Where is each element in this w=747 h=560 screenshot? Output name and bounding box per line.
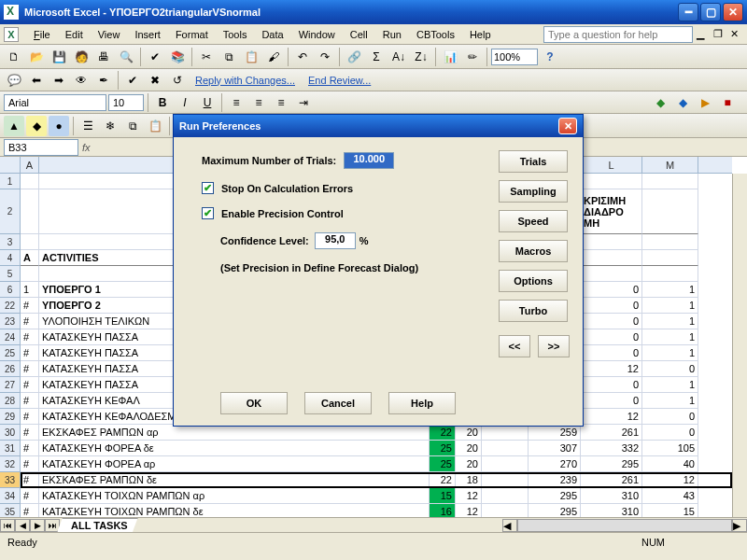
align-right-icon[interactable]: ≡ [271,92,291,113]
cancel-button[interactable]: Cancel [304,392,372,414]
help-icon[interactable]: ? [540,47,560,67]
menu-window[interactable]: Window [291,27,343,42]
ink-icon[interactable]: ✒ [93,70,114,91]
spellcheck-icon[interactable]: ✔ [145,47,165,67]
window-maximize-button[interactable]: ▢ [700,3,721,21]
copy-icon[interactable]: ⧉ [218,47,239,67]
cut-icon[interactable]: ✂ [196,47,217,67]
research-icon[interactable]: 📚 [167,47,188,67]
window-close-button[interactable]: ✕ [723,3,743,21]
autosum-icon[interactable]: Σ [366,47,387,67]
show-comments-icon[interactable]: 👁 [71,70,92,91]
tab-macros-button[interactable]: Macros [499,240,568,262]
tab-nav-last[interactable]: ⏭ [45,519,60,532]
bold-icon[interactable]: B [152,92,173,113]
sort-asc-icon[interactable]: A↓ [388,47,409,67]
tab-trials-button[interactable]: Trials [499,150,568,173]
hscroll-track[interactable] [517,519,732,532]
confidence-input[interactable]: 95,0 [315,232,356,249]
dialog-titlebar[interactable]: Run Preferences ✕ [174,115,583,137]
cb-paste-icon[interactable]: 📋 [145,116,165,136]
fx-icon[interactable]: fx [82,142,91,153]
doc-restore-button[interactable]: ❐ [713,28,726,41]
redo-icon[interactable]: ↷ [315,47,335,67]
tab-prev-button[interactable]: << [499,335,530,357]
accept-icon[interactable]: ✔ [122,70,143,91]
save-icon[interactable]: 💾 [49,47,69,67]
cb-assumption-icon[interactable]: ▲ [4,116,24,136]
comment-prev-icon[interactable]: ⬅ [26,70,47,91]
max-trials-input[interactable]: 10.000 [344,152,394,169]
tab-options-button[interactable]: Options [499,270,568,292]
cb-run-icon[interactable]: ▶ [695,92,715,113]
reply-with-changes-link[interactable]: Reply with Changes... [190,75,301,86]
sheet-tab-alltasks[interactable]: ALL TASKS [57,518,138,533]
menu-file[interactable]: File [26,27,58,42]
cb-copy-icon[interactable]: ⧉ [122,116,143,136]
row-headers[interactable]: 1234562223242526272829303132333435 [0,174,21,517]
end-review-link[interactable]: End Review... [303,75,376,86]
dialog-close-button[interactable]: ✕ [558,118,577,134]
help-search-input[interactable] [543,26,693,43]
cb-forecast2-icon[interactable]: ● [49,116,69,136]
hscroll-left[interactable]: ◀ [502,519,517,532]
doc-close-button[interactable]: ✕ [730,28,743,41]
open-icon[interactable]: 📂 [26,47,47,67]
menu-run[interactable]: Run [375,27,409,42]
merge-center-icon[interactable]: ⇥ [293,92,314,113]
cb-select-icon[interactable]: ☰ [78,116,98,136]
menu-cell[interactable]: Cell [343,27,375,42]
menu-cbtools[interactable]: CBTools [409,27,462,42]
tab-sampling-button[interactable]: Sampling [499,180,568,203]
cb-forecast-icon[interactable]: ◆ [672,92,693,113]
tab-turbo-button[interactable]: Turbo [499,300,568,322]
window-minimize-button[interactable]: ━ [678,3,698,21]
new-icon[interactable]: 🗋 [4,47,24,67]
menu-data[interactable]: Data [254,27,290,42]
tab-nav-first[interactable]: ⏮ [0,519,15,532]
cb-define-icon[interactable]: ◆ [650,92,670,113]
menu-format[interactable]: Format [168,27,216,42]
format-painter-icon[interactable]: 🖌 [263,47,284,67]
tab-nav-prev[interactable]: ◀ [15,519,30,532]
menu-tools[interactable]: Tools [216,27,255,42]
cb-decision-icon[interactable]: ◆ [26,116,47,136]
hyperlink-icon[interactable]: 🔗 [344,47,364,67]
zoom-combo[interactable]: 100% [491,49,538,65]
ok-button[interactable]: OK [220,392,288,414]
paste-icon[interactable]: 📋 [241,47,261,67]
comment-next-icon[interactable]: ➡ [49,70,69,91]
print-preview-icon[interactable]: 🔍 [116,47,136,67]
menu-view[interactable]: View [91,27,128,42]
precision-checkbox[interactable]: ✔ [202,207,214,219]
print-icon[interactable]: 🖶 [93,47,114,67]
undo-icon[interactable]: ↶ [292,47,313,67]
cb-freeze-icon[interactable]: ❄ [100,116,120,136]
vertical-scrollbar[interactable] [732,174,747,517]
select-all-corner[interactable] [0,157,21,174]
sort-desc-icon[interactable]: Z↓ [411,47,431,67]
font-combo[interactable]: Arial [4,94,106,111]
tab-speed-button[interactable]: Speed [499,210,568,232]
menu-help[interactable]: Help [462,27,499,42]
tab-nav-next[interactable]: ▶ [30,519,45,532]
menu-insert[interactable]: Insert [127,27,168,42]
drawing-icon[interactable]: ✏ [462,47,483,67]
fontsize-combo[interactable]: 10 [108,94,144,111]
underline-icon[interactable]: U [197,92,218,113]
cb-stop-icon[interactable]: ■ [717,92,738,113]
workbook-icon[interactable]: X [4,27,19,42]
hscroll-right[interactable]: ▶ [732,519,747,532]
tab-next-button[interactable]: >> [538,335,570,357]
reject-icon[interactable]: ✖ [145,70,165,91]
stop-errors-checkbox[interactable]: ✔ [202,182,214,194]
help-button[interactable]: Help [388,392,456,414]
track-changes-icon[interactable]: ↺ [167,70,188,91]
chart-wizard-icon[interactable]: 📊 [440,47,460,67]
permission-icon[interactable]: 🧑 [71,47,92,67]
menu-edit[interactable]: Edit [58,27,91,42]
comment-new-icon[interactable]: 💬 [4,70,24,91]
doc-minimize-button[interactable]: ▁ [697,28,710,41]
italic-icon[interactable]: I [175,92,195,113]
name-box[interactable]: B33 [4,139,78,156]
